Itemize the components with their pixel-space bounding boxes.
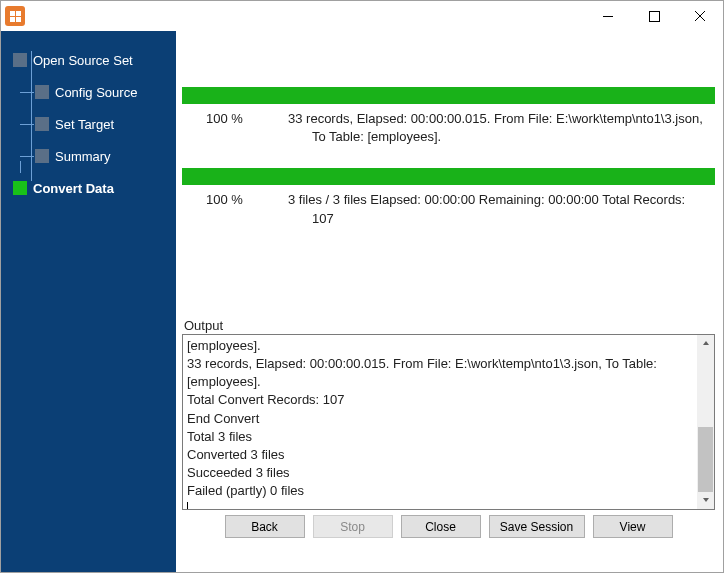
nav-box-icon xyxy=(35,117,49,131)
progress-text-1a: 33 records, Elapsed: 00:00:00.015. From … xyxy=(288,111,703,126)
main-panel: 100 %33 records, Elapsed: 00:00:00.015. … xyxy=(176,31,723,572)
progress-percent-1: 100 % xyxy=(206,110,288,128)
app-icon xyxy=(5,6,25,26)
sidebar: Open Source Set Config Source Set Target… xyxy=(1,31,176,572)
scroll-thumb[interactable] xyxy=(698,427,713,492)
svg-marker-2 xyxy=(703,341,709,345)
button-row: Back Stop Close Save Session View xyxy=(182,510,715,546)
output-scrollbar[interactable] xyxy=(697,335,714,509)
chevron-up-icon xyxy=(702,339,710,347)
close-window-button[interactable] xyxy=(677,1,723,31)
output-text-content: [employees]. 33 records, Elapsed: 00:00:… xyxy=(187,338,657,499)
svg-marker-3 xyxy=(703,498,709,502)
view-button[interactable]: View xyxy=(593,515,673,538)
progress-bar-1 xyxy=(182,87,715,104)
progress-info-1: 100 %33 records, Elapsed: 00:00:00.015. … xyxy=(182,104,715,150)
nav-label: Set Target xyxy=(55,117,114,132)
maximize-button[interactable] xyxy=(631,1,677,31)
nav-label: Config Source xyxy=(55,85,137,100)
progress-bar-2 xyxy=(182,168,715,185)
app-window: Open Source Set Config Source Set Target… xyxy=(0,0,724,573)
window-controls xyxy=(585,1,723,31)
scroll-down-button[interactable] xyxy=(697,492,714,509)
nav-item-open-source-set[interactable]: Open Source Set xyxy=(7,45,170,75)
nav-box-icon xyxy=(13,53,27,67)
output-section: Output [employees]. 33 records, Elapsed:… xyxy=(182,318,715,510)
chevron-down-icon xyxy=(702,496,710,504)
progress-section-2: 100 %3 files / 3 files Elapsed: 00:00:00… xyxy=(182,168,715,231)
save-session-button[interactable]: Save Session xyxy=(489,515,585,538)
minimize-button[interactable] xyxy=(585,1,631,31)
output-box: [employees]. 33 records, Elapsed: 00:00:… xyxy=(182,334,715,510)
progress-text-2b: 107 xyxy=(206,210,713,228)
back-button[interactable]: Back xyxy=(225,515,305,538)
nav-item-config-source[interactable]: Config Source xyxy=(7,77,170,107)
progress-text-2a: 3 files / 3 files Elapsed: 00:00:00 Rema… xyxy=(288,192,685,207)
progress-percent-2: 100 % xyxy=(206,191,288,209)
output-label: Output xyxy=(182,318,715,333)
nav-label: Summary xyxy=(55,149,111,164)
stop-button: Stop xyxy=(313,515,393,538)
nav-item-set-target[interactable]: Set Target xyxy=(7,109,170,139)
nav-item-summary[interactable]: Summary xyxy=(7,141,170,171)
progress-info-2: 100 %3 files / 3 files Elapsed: 00:00:00… xyxy=(182,185,715,231)
progress-section-1: 100 %33 records, Elapsed: 00:00:00.015. … xyxy=(182,87,715,150)
close-button[interactable]: Close xyxy=(401,515,481,538)
output-text[interactable]: [employees]. 33 records, Elapsed: 00:00:… xyxy=(183,335,697,509)
progress-text-1b: To Table: [employees]. xyxy=(206,128,713,146)
text-caret xyxy=(187,502,188,508)
body-area: Open Source Set Config Source Set Target… xyxy=(1,31,723,572)
nav-label-active: Convert Data xyxy=(33,181,114,196)
nav-label: Open Source Set xyxy=(33,53,133,68)
titlebar[interactable] xyxy=(1,1,723,31)
nav-item-convert-data[interactable]: Convert Data xyxy=(7,173,170,203)
titlebar-left xyxy=(1,6,25,26)
scroll-up-button[interactable] xyxy=(697,335,714,352)
nav-box-icon xyxy=(35,149,49,163)
nav-box-icon xyxy=(35,85,49,99)
nav-box-icon-active xyxy=(13,181,27,195)
close-icon xyxy=(695,11,705,21)
